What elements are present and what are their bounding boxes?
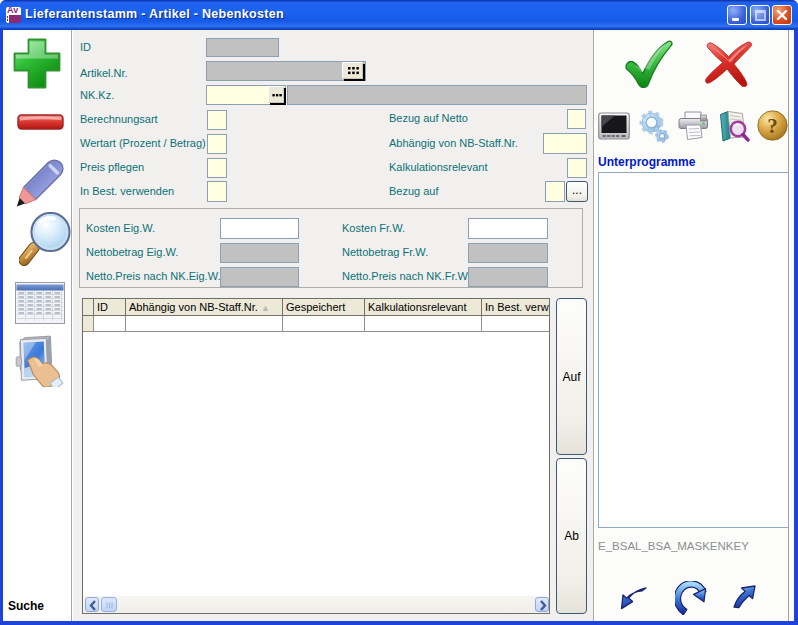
svg-text:?: ? bbox=[767, 114, 778, 138]
